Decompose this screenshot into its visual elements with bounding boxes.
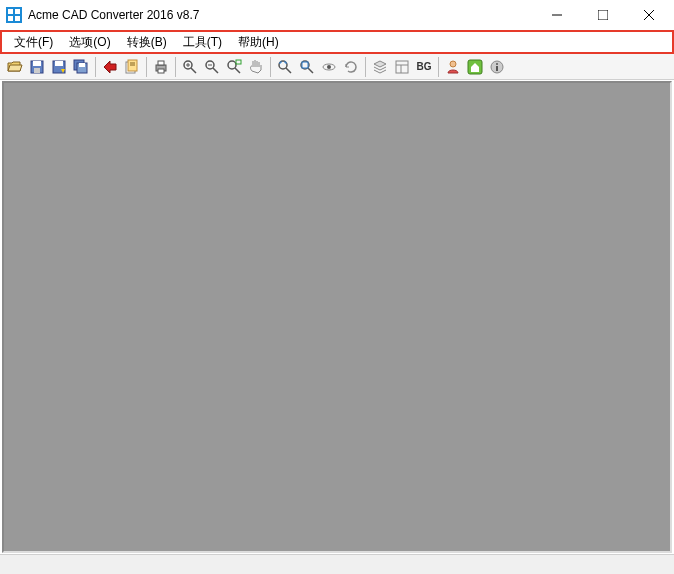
- menu-options[interactable]: 选项(O): [61, 32, 118, 52]
- svg-point-40: [327, 65, 331, 69]
- svg-point-44: [450, 61, 456, 67]
- toolbar-separator: [175, 57, 176, 77]
- svg-rect-16: [79, 63, 85, 67]
- info-icon[interactable]: [486, 56, 508, 78]
- svg-rect-48: [496, 66, 498, 71]
- window-controls: [534, 0, 672, 30]
- zoom-in-icon[interactable]: [179, 56, 201, 78]
- workspace: [2, 81, 672, 553]
- zoom-window-icon[interactable]: [223, 56, 245, 78]
- svg-rect-1: [8, 9, 13, 14]
- svg-rect-33: [236, 60, 241, 64]
- titlebar: Acme CAD Converter 2016 v8.7: [0, 0, 674, 30]
- print-icon[interactable]: [150, 56, 172, 78]
- maximize-button[interactable]: [580, 0, 626, 30]
- app-icon: [6, 7, 22, 23]
- menu-help[interactable]: 帮助(H): [230, 32, 287, 52]
- save-icon[interactable]: [26, 56, 48, 78]
- save-all-icon[interactable]: [70, 56, 92, 78]
- svg-line-25: [191, 68, 196, 73]
- svg-rect-23: [158, 69, 164, 73]
- svg-rect-10: [33, 61, 41, 66]
- menu-convert[interactable]: 转换(B): [119, 32, 175, 52]
- svg-rect-2: [15, 9, 20, 14]
- layers-icon[interactable]: [369, 56, 391, 78]
- menu-tools[interactable]: 工具(T): [175, 32, 230, 52]
- close-button[interactable]: [626, 0, 672, 30]
- toolbar: BG: [0, 54, 674, 80]
- svg-rect-38: [302, 62, 308, 68]
- toolbar-separator: [146, 57, 147, 77]
- redraw-icon[interactable]: [340, 56, 362, 78]
- user-icon[interactable]: [442, 56, 464, 78]
- svg-rect-41: [396, 61, 408, 73]
- zoom-all-icon[interactable]: [296, 56, 318, 78]
- svg-point-31: [228, 61, 236, 69]
- menu-file[interactable]: 文件(F): [6, 32, 61, 52]
- batch-icon[interactable]: [121, 56, 143, 78]
- toolbar-separator: [438, 57, 439, 77]
- svg-line-35: [286, 68, 291, 73]
- svg-line-37: [308, 68, 313, 73]
- save-as-icon[interactable]: [48, 56, 70, 78]
- svg-rect-3: [8, 16, 13, 21]
- window-title: Acme CAD Converter 2016 v8.7: [28, 8, 534, 22]
- toolbar-separator: [270, 57, 271, 77]
- zoom-out-icon[interactable]: [201, 56, 223, 78]
- statusbar: [0, 554, 674, 574]
- svg-line-29: [213, 68, 218, 73]
- toolbar-separator: [95, 57, 96, 77]
- view-icon[interactable]: [318, 56, 340, 78]
- svg-rect-22: [158, 61, 164, 65]
- layout-icon[interactable]: [391, 56, 413, 78]
- convert-icon[interactable]: [99, 56, 121, 78]
- minimize-button[interactable]: [534, 0, 580, 30]
- svg-rect-13: [55, 61, 63, 66]
- svg-rect-6: [598, 10, 608, 20]
- svg-line-32: [235, 68, 240, 73]
- home-icon[interactable]: [464, 56, 486, 78]
- zoom-extents-icon[interactable]: [274, 56, 296, 78]
- svg-rect-4: [15, 16, 20, 21]
- pan-icon[interactable]: [245, 56, 267, 78]
- toolbar-separator: [365, 57, 366, 77]
- bg-label: BG: [417, 61, 432, 72]
- svg-point-47: [496, 63, 498, 65]
- open-icon[interactable]: [4, 56, 26, 78]
- svg-rect-11: [34, 68, 40, 73]
- menubar: 文件(F) 选项(O) 转换(B) 工具(T) 帮助(H): [0, 30, 674, 54]
- bg-color-button[interactable]: BG: [413, 56, 435, 78]
